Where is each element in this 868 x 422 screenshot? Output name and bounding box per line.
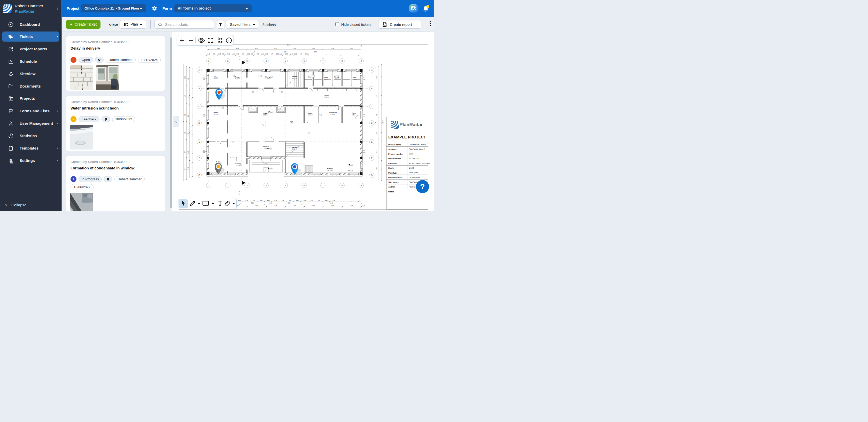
svg-text:0,30: 0,30 — [296, 199, 299, 201]
svg-text:00: 00 — [259, 76, 261, 77]
svg-text:Foyer: Foyer — [308, 112, 313, 114]
svg-text:7,48 m²: 7,48 m² — [335, 78, 339, 79]
svg-text:0,99: 0,99 — [222, 53, 224, 55]
svg-text:D: D — [371, 122, 373, 124]
svg-text:6: 6 — [304, 60, 305, 62]
svg-text:9: 9 — [361, 184, 362, 187]
svg-text:Toilet: Toilet — [352, 77, 356, 78]
svg-text:Security: Security — [235, 163, 241, 164]
svg-text:4,34: 4,34 — [236, 47, 239, 49]
svg-text:16,56 m²: 16,56 m² — [352, 79, 357, 80]
svg-text:0,84: 0,84 — [376, 113, 377, 116]
svg-text:G: G — [198, 174, 200, 176]
svg-text:2,33: 2,33 — [184, 76, 186, 78]
svg-text:4: 4 — [266, 60, 267, 62]
svg-text:2,02: 2,02 — [238, 199, 241, 201]
svg-text:1,70: 1,70 — [188, 133, 189, 135]
svg-text:2: 2 — [227, 60, 228, 62]
svg-text:E: E — [198, 140, 200, 143]
svg-text:2,48: 2,48 — [350, 47, 353, 49]
svg-text:±0,00: ±0,00 — [270, 168, 273, 169]
svg-text:0,30: 0,30 — [314, 51, 317, 53]
svg-text:1,50: 1,50 — [203, 152, 206, 153]
svg-text:00: 00 — [233, 76, 234, 77]
svg-text:1,02: 1,02 — [218, 53, 221, 55]
svg-text:1,00: 1,00 — [308, 132, 309, 134]
svg-text:1,00: 1,00 — [252, 91, 253, 93]
svg-text:15,31 m²: 15,31 m² — [235, 78, 240, 79]
svg-text:8: 8 — [342, 60, 343, 62]
svg-text:5,39: 5,39 — [331, 47, 334, 49]
svg-text:2,02: 2,02 — [265, 53, 268, 55]
svg-text:D: D — [198, 122, 200, 124]
svg-text:1,73: 1,73 — [271, 53, 273, 55]
svg-text:E: E — [371, 140, 373, 143]
svg-text:15,76 m²: 15,76 m² — [292, 78, 297, 79]
svg-text:2,02: 2,02 — [242, 53, 244, 55]
svg-text:2,49: 2,49 — [217, 47, 220, 49]
svg-text:0,30: 0,30 — [262, 53, 264, 55]
svg-text:1,50: 1,50 — [267, 199, 270, 201]
svg-text:4,00: 4,00 — [318, 199, 320, 201]
svg-text:3,46: 3,46 — [245, 199, 248, 201]
svg-text:1,32: 1,32 — [376, 76, 377, 78]
svg-text:0,30: 0,30 — [325, 199, 328, 201]
svg-text:±0,00: ±0,00 — [350, 164, 353, 166]
svg-text:6,17: 6,17 — [184, 168, 186, 170]
svg-text:2,00: 2,00 — [203, 114, 206, 115]
svg-text:30,46 m²: 30,46 m² — [267, 78, 272, 79]
svg-text:23,10 m²: 23,10 m² — [236, 165, 241, 166]
svg-text:0,99: 0,99 — [237, 53, 239, 55]
svg-text:197,22 m²: 197,22 m² — [263, 115, 269, 116]
svg-text:Offices: Offices — [214, 112, 218, 113]
svg-text:2,46: 2,46 — [270, 202, 272, 204]
svg-text:0,99: 0,99 — [233, 53, 235, 55]
svg-text:Corridor: Corridor — [324, 95, 330, 96]
svg-text:00: 00 — [337, 76, 338, 77]
svg-text:4,46: 4,46 — [332, 199, 335, 201]
svg-text:B: B — [198, 87, 200, 90]
svg-text:4,00: 4,00 — [303, 199, 306, 201]
svg-text:92,35 m²: 92,35 m² — [214, 114, 219, 115]
svg-text:4,30: 4,30 — [293, 205, 296, 206]
svg-text:16,50 m²: 16,50 m² — [330, 114, 335, 115]
svg-text:Entrance: Entrance — [263, 146, 269, 148]
svg-text:5,22: 5,22 — [251, 202, 254, 204]
svg-text:2,10: 2,10 — [309, 132, 310, 134]
svg-text:4,30: 4,30 — [331, 205, 334, 206]
svg-text:1: 1 — [208, 60, 210, 62]
svg-text:0,33: 0,33 — [363, 205, 365, 206]
svg-text:C: C — [198, 105, 200, 108]
svg-text:4,30: 4,30 — [255, 47, 258, 49]
svg-text:Offices: Offices — [214, 76, 218, 78]
svg-text:35,11: 35,11 — [287, 44, 290, 46]
svg-text:0,96: 0,96 — [260, 199, 262, 201]
svg-text:7,86: 7,86 — [293, 47, 296, 49]
svg-text:3: 3 — [246, 60, 248, 62]
svg-text:24,38: 24,38 — [382, 120, 383, 123]
svg-text:2,02: 2,02 — [227, 53, 230, 55]
svg-text:15,38: 15,38 — [330, 202, 333, 204]
svg-text:Dining hall: Dining hall — [265, 76, 273, 78]
svg-text:2: 2 — [227, 184, 228, 187]
svg-text:4,00: 4,00 — [184, 132, 186, 134]
svg-text:00: 00 — [313, 76, 314, 77]
svg-text:0,36: 0,36 — [311, 199, 313, 201]
svg-text:2,00: 2,00 — [363, 114, 366, 115]
svg-text:2,02: 2,02 — [376, 95, 377, 97]
svg-text:0,30: 0,30 — [284, 51, 286, 53]
svg-text:A: A — [371, 69, 373, 71]
svg-text:Stairway: Stairway — [292, 147, 297, 148]
svg-text:4,00: 4,00 — [184, 95, 186, 97]
svg-text:2,00: 2,00 — [363, 77, 366, 78]
svg-text:2,02: 2,02 — [294, 53, 297, 55]
svg-text:4,30: 4,30 — [312, 205, 315, 206]
svg-text:2,00: 2,00 — [363, 150, 366, 151]
svg-text:3,70: 3,70 — [184, 151, 186, 153]
svg-text:0,99: 0,99 — [247, 53, 250, 55]
svg-text:Meeting: Meeting — [327, 168, 333, 169]
svg-text:PDF: PDF — [383, 25, 386, 27]
svg-text:5: 5 — [285, 60, 286, 62]
svg-text:Archive: Archive — [216, 161, 221, 163]
svg-text:2,02: 2,02 — [188, 115, 189, 117]
